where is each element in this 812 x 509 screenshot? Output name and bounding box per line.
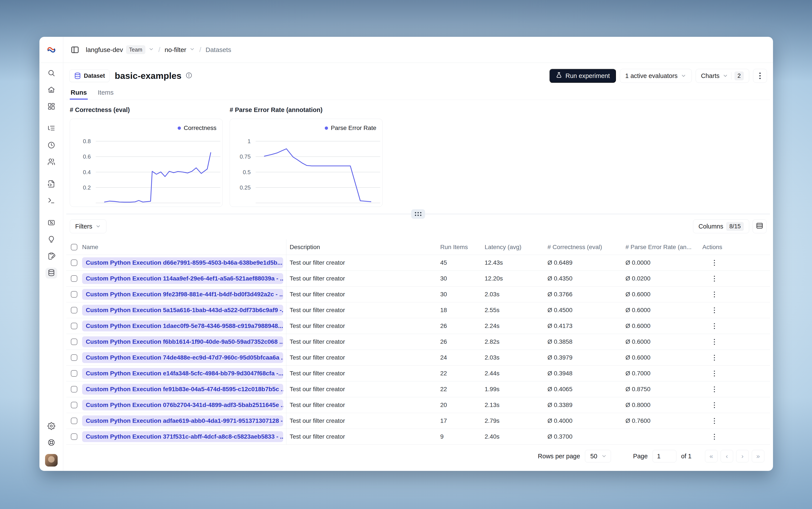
breadcrumb-project[interactable]: no-filter	[165, 46, 195, 54]
user-avatar[interactable]	[45, 454, 58, 467]
table-row[interactable]: Custom Python Execution fe91b83e-04a5-47…	[66, 381, 770, 397]
row-checkbox[interactable]	[71, 260, 77, 266]
next-page-button[interactable]: ›	[736, 450, 749, 463]
last-page-button[interactable]: »	[752, 450, 764, 463]
page-number-input[interactable]	[652, 450, 676, 463]
row-actions-kebab[interactable]	[709, 384, 719, 394]
column-header-latency: Latency (avg)	[483, 244, 546, 250]
run-name-link[interactable]: Custom Python Execution f6bb1614-1f90-40…	[82, 336, 283, 347]
table-row[interactable]: Custom Python Execution 9fe23f98-881e-44…	[66, 286, 770, 302]
panel-resize-divider	[66, 214, 770, 214]
run-name-link[interactable]: Custom Python Execution adfae619-abb0-4d…	[82, 415, 283, 426]
row-actions-kebab[interactable]	[709, 416, 719, 426]
row-checkbox[interactable]	[71, 291, 77, 298]
table-row[interactable]: Custom Python Execution 114aa9ef-29e6-4e…	[66, 271, 770, 286]
row-actions-kebab[interactable]	[709, 400, 719, 410]
row-actions-kebab[interactable]	[709, 432, 719, 442]
org-plan-badge: Team	[126, 45, 145, 54]
latency-value: 2.40s	[483, 433, 546, 440]
sidebar-item-search[interactable]	[45, 68, 57, 79]
sidebar-item-settings[interactable]	[45, 421, 57, 432]
row-checkbox[interactable]	[71, 275, 77, 282]
info-icon[interactable]	[185, 72, 192, 80]
row-actions-kebab[interactable]	[709, 321, 719, 331]
breadcrumb-section[interactable]: Datasets	[206, 46, 231, 54]
row-actions-kebab[interactable]	[709, 368, 719, 378]
sidebar-item-evaluation[interactable]	[45, 218, 57, 229]
sidebar-item-tracing[interactable]	[45, 124, 57, 134]
sidebar-item-home[interactable]	[45, 85, 57, 96]
evaluators-dropdown[interactable]: 1 active evaluators	[620, 69, 692, 83]
row-actions-kebab[interactable]	[709, 290, 719, 299]
column-header-parse-error: # Parse Error Rate (an...	[624, 244, 701, 250]
previous-page-button[interactable]: ‹	[720, 450, 733, 463]
correctness-value: Ø 0.6489	[546, 259, 624, 266]
sidebar-nav-group	[45, 124, 57, 168]
row-checkbox[interactable]	[71, 417, 77, 424]
run-name-link[interactable]: Custom Python Execution 371f531c-abff-4d…	[82, 431, 283, 442]
parse-error-value: Ø 0.8000	[624, 402, 701, 408]
row-actions-kebab[interactable]	[709, 274, 719, 283]
kebab-icon	[714, 386, 715, 392]
sidebar-toggle-button[interactable]	[70, 45, 80, 55]
row-height-button[interactable]	[753, 219, 767, 233]
table-row[interactable]: Custom Python Execution 076b2704-341d-48…	[66, 397, 770, 413]
latency-value: 2.82s	[483, 338, 546, 345]
columns-button[interactable]: Columns 8/15	[693, 219, 749, 233]
run-name-link[interactable]: Custom Python Execution 076b2704-341d-48…	[82, 400, 283, 410]
table-row[interactable]: Custom Python Execution 74de488e-ec9d-47…	[66, 350, 770, 366]
table-row[interactable]: Custom Python Execution 371f531c-abff-4d…	[66, 429, 770, 445]
chevron-down-icon	[95, 224, 101, 229]
sidebar-item-support[interactable]	[45, 438, 57, 448]
run-name-link[interactable]: Custom Python Execution 74de488e-ec9d-47…	[82, 352, 283, 363]
rows-per-page-select[interactable]: 50	[585, 450, 611, 463]
sidebar-item-playground[interactable]	[45, 196, 57, 206]
judge-icon	[47, 235, 55, 244]
correctness-value: Ø 0.3389	[546, 402, 624, 408]
table-row[interactable]: Custom Python Execution 5a15a616-1bab-44…	[66, 302, 770, 318]
sidebar-item-prompts[interactable]	[45, 179, 57, 190]
row-checkbox[interactable]	[71, 354, 77, 361]
tab-runs[interactable]: Runs	[70, 88, 88, 100]
charts-dropdown[interactable]: Charts 2	[696, 69, 749, 83]
run-name-link[interactable]: Custom Python Execution fe91b83e-04a5-47…	[82, 384, 283, 395]
playground-icon	[47, 197, 55, 205]
sidebar-item-sessions[interactable]	[45, 140, 57, 151]
sidebar-item-dashboards[interactable]	[45, 101, 57, 112]
run-name-link[interactable]: Custom Python Execution e14fa348-5cfc-49…	[82, 368, 283, 379]
more-actions-button[interactable]	[753, 69, 767, 83]
first-page-button[interactable]: «	[705, 450, 717, 463]
table-row[interactable]: Custom Python Execution e14fa348-5cfc-49…	[66, 366, 770, 381]
sidebar-item-users[interactable]	[45, 157, 57, 168]
row-checkbox[interactable]	[71, 307, 77, 313]
run-name-link[interactable]: Custom Python Execution 9fe23f98-881e-44…	[82, 289, 283, 300]
filters-button[interactable]: Filters	[70, 219, 106, 233]
table-row[interactable]: Custom Python Execution 1daec0f9-5e78-43…	[66, 318, 770, 334]
select-all-checkbox[interactable]	[71, 244, 77, 250]
row-checkbox[interactable]	[71, 386, 77, 393]
run-name-link[interactable]: Custom Python Execution 114aa9ef-29e6-4e…	[82, 273, 283, 284]
run-experiment-button[interactable]: Run experiment	[549, 69, 616, 83]
row-checkbox[interactable]	[71, 323, 77, 329]
row-checkbox[interactable]	[71, 370, 77, 377]
sidebar-item-annotation[interactable]	[45, 251, 57, 262]
table-row[interactable]: Custom Python Execution adfae619-abb0-4d…	[66, 413, 770, 429]
sidebar-item-datasets[interactable]	[45, 268, 57, 278]
table-row[interactable]: Custom Python Execution d66e7991-8595-45…	[66, 255, 770, 271]
row-actions-kebab[interactable]	[709, 305, 719, 315]
table-row[interactable]: Custom Python Execution f6bb1614-1f90-40…	[66, 334, 770, 350]
row-checkbox[interactable]	[71, 402, 77, 408]
annotation-icon	[47, 252, 55, 261]
row-actions-kebab[interactable]	[709, 337, 719, 347]
run-name-link[interactable]: Custom Python Execution 1daec0f9-5e78-43…	[82, 320, 283, 331]
resize-grip-handle[interactable]	[411, 209, 425, 219]
sidebar-item-judge[interactable]	[45, 234, 57, 245]
row-checkbox[interactable]	[71, 433, 77, 440]
run-name-link[interactable]: Custom Python Execution d66e7991-8595-45…	[82, 257, 283, 268]
row-checkbox[interactable]	[71, 339, 77, 345]
row-actions-kebab[interactable]	[709, 258, 719, 268]
tab-items[interactable]: Items	[97, 88, 114, 100]
run-name-link[interactable]: Custom Python Execution 5a15a616-1bab-44…	[82, 305, 283, 315]
breadcrumb-org[interactable]: langfuse-dev Team	[86, 45, 154, 54]
row-actions-kebab[interactable]	[709, 352, 719, 363]
